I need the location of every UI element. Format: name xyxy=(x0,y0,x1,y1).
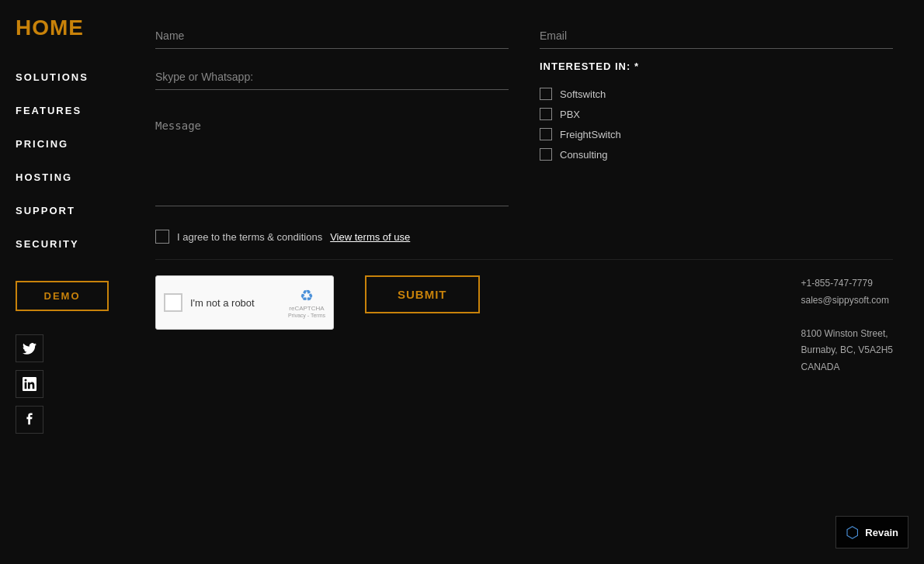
consulting-label: Consulting xyxy=(560,149,607,161)
sidebar-item-solutions[interactable]: SOLUTIONS xyxy=(16,71,109,83)
contact-info: +1-855-747-7779 sales@sippysoft.com 8100… xyxy=(801,275,893,376)
contact-email: sales@sippysoft.com xyxy=(801,292,893,310)
skype-input[interactable] xyxy=(155,64,509,90)
revain-icon: ⬡ xyxy=(846,523,859,542)
recaptcha-logo: ♻ reCAPTCHAPrivacy - Terms xyxy=(288,286,325,319)
interested-label: INTERESTED IN: * xyxy=(540,61,893,72)
email-input[interactable] xyxy=(540,23,893,49)
softswitch-label: Softswitch xyxy=(560,88,606,100)
contact-phone: +1-855-747-7779 xyxy=(801,275,893,292)
recaptcha-checkbox[interactable] xyxy=(164,293,182,312)
softswitch-checkbox[interactable] xyxy=(540,88,552,100)
bottom-form-row: I'm not a robot ♻ reCAPTCHAPrivacy - Ter… xyxy=(155,259,893,392)
social-icons xyxy=(16,334,109,434)
demo-button[interactable]: DEMO xyxy=(16,281,109,311)
linkedin-icon[interactable] xyxy=(16,370,43,398)
name-input[interactable] xyxy=(155,23,509,49)
site-logo[interactable]: HOME xyxy=(16,16,109,40)
checkbox-group: Softswitch PBX FreightSwitch Consulting xyxy=(540,88,893,161)
pbx-label: PBX xyxy=(560,109,580,120)
sidebar: HOME SOLUTIONS FEATURES PRICING HOSTING … xyxy=(0,0,124,564)
sidebar-item-pricing[interactable]: PRICING xyxy=(16,138,109,150)
recaptcha-brand: reCAPTCHAPrivacy - Terms xyxy=(288,305,325,319)
form-left xyxy=(155,23,509,206)
twitter-icon[interactable] xyxy=(16,334,43,362)
terms-row: I agree to the terms & conditions View t… xyxy=(155,230,893,244)
facebook-icon[interactable] xyxy=(16,406,43,434)
contact-address3: CANADA xyxy=(801,359,893,376)
submit-button[interactable]: Submit xyxy=(365,275,480,313)
revain-text: Revain xyxy=(865,527,898,538)
contact-address1: 8100 Winston Street, xyxy=(801,326,893,343)
main-content: INTERESTED IN: * Softswitch PBX FreightS… xyxy=(124,0,924,564)
terms-link[interactable]: View terms of use xyxy=(330,231,410,243)
sidebar-item-hosting[interactable]: HOSTING xyxy=(16,171,109,183)
recaptcha-icon: ♻ xyxy=(288,286,325,305)
sidebar-item-features[interactable]: FEATURES xyxy=(16,105,109,116)
recaptcha-box[interactable]: I'm not a robot ♻ reCAPTCHAPrivacy - Ter… xyxy=(155,275,334,330)
checkbox-freightswitch[interactable]: FreightSwitch xyxy=(540,128,893,140)
message-input[interactable] xyxy=(155,113,509,206)
revain-badge[interactable]: ⬡ Revain xyxy=(835,516,908,548)
freightswitch-label: FreightSwitch xyxy=(560,129,621,140)
recaptcha-text: I'm not a robot xyxy=(190,297,280,309)
checkbox-softswitch[interactable]: Softswitch xyxy=(540,88,893,100)
contact-address2: Burnaby, BC, V5A2H5 xyxy=(801,342,893,359)
terms-checkbox[interactable] xyxy=(155,230,169,244)
checkbox-consulting[interactable]: Consulting xyxy=(540,148,893,161)
checkbox-pbx[interactable]: PBX xyxy=(540,108,893,120)
consulting-checkbox[interactable] xyxy=(540,148,552,161)
terms-text: I agree to the terms & conditions xyxy=(177,231,322,243)
form-section: INTERESTED IN: * Softswitch PBX FreightS… xyxy=(155,23,893,206)
sidebar-nav: SOLUTIONS FEATURES PRICING HOSTING SUPPO… xyxy=(16,71,109,250)
sidebar-item-security[interactable]: SECURITY xyxy=(16,238,109,250)
pbx-checkbox[interactable] xyxy=(540,108,552,120)
sidebar-item-support[interactable]: SUPPORT xyxy=(16,205,109,216)
freightswitch-checkbox[interactable] xyxy=(540,128,552,140)
form-right: INTERESTED IN: * Softswitch PBX FreightS… xyxy=(540,23,893,206)
